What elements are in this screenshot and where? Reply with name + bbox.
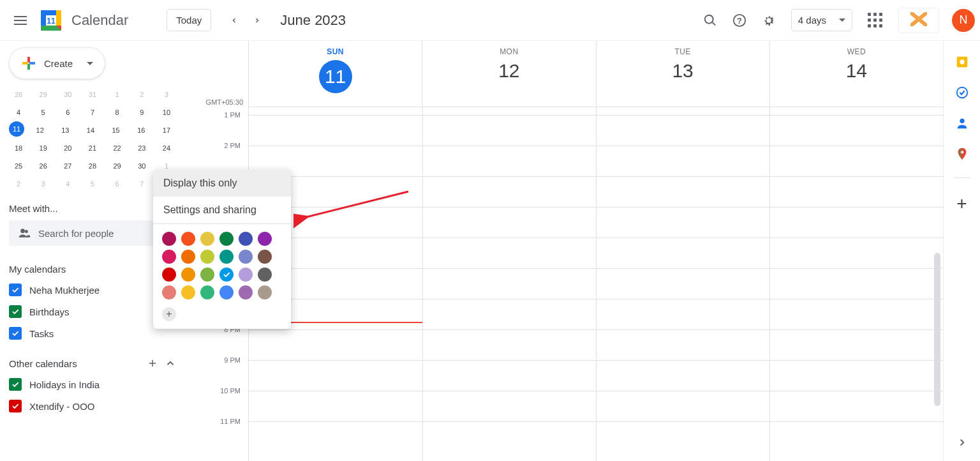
add-other-calendar-button[interactable]: [147, 358, 158, 369]
color-swatch[interactable]: [162, 285, 176, 299]
mini-cal-day[interactable]: 1: [108, 86, 127, 103]
keep-button[interactable]: [955, 55, 969, 69]
color-swatch[interactable]: [219, 268, 234, 282]
calendar-item[interactable]: Birthdays: [9, 305, 176, 318]
add-custom-color-button[interactable]: +: [162, 307, 176, 321]
color-swatch[interactable]: [181, 232, 195, 246]
mini-cal-day[interactable]: 9: [132, 103, 151, 121]
maps-button[interactable]: [955, 147, 969, 161]
mini-cal-day[interactable]: 4: [58, 175, 77, 193]
tasks-button[interactable]: [955, 86, 969, 100]
search-button[interactable]: [697, 7, 724, 34]
color-swatch[interactable]: [162, 250, 176, 264]
extension-badge[interactable]: [898, 8, 939, 33]
mini-cal-day[interactable]: 16: [131, 121, 151, 139]
mini-cal-day[interactable]: 19: [34, 139, 53, 157]
mini-cal-day[interactable]: 28: [9, 86, 28, 103]
mini-cal-day[interactable]: 25: [9, 157, 28, 175]
mini-cal-day[interactable]: 7: [132, 175, 151, 193]
mini-cal-day[interactable]: 20: [58, 139, 77, 157]
account-avatar[interactable]: N: [952, 9, 975, 32]
contacts-button[interactable]: [955, 116, 969, 130]
color-swatch[interactable]: [258, 285, 272, 299]
get-addons-button[interactable]: +: [956, 195, 967, 213]
mini-cal-day[interactable]: 11: [9, 121, 24, 137]
calendar-checkbox[interactable]: [9, 305, 22, 318]
mini-cal-day[interactable]: 28: [83, 157, 102, 175]
calendar-checkbox[interactable]: [9, 327, 22, 340]
mini-cal-day[interactable]: 13: [56, 121, 75, 139]
mini-cal-day[interactable]: 30: [132, 157, 151, 175]
view-selector[interactable]: 4 days: [791, 9, 852, 31]
color-swatch[interactable]: [200, 268, 214, 282]
mini-cal-day[interactable]: 15: [107, 121, 126, 139]
calendar-checkbox[interactable]: [9, 400, 22, 412]
mini-cal-day[interactable]: 8: [108, 103, 127, 121]
main-menu-button[interactable]: [5, 5, 36, 36]
scrollbar-thumb[interactable]: [934, 253, 940, 406]
mini-cal-day[interactable]: 24: [157, 139, 176, 157]
mini-calendar[interactable]: 2829303112345678910111213141516171819202…: [9, 86, 176, 193]
mini-cal-day[interactable]: 27: [58, 157, 77, 175]
mini-cal-day[interactable]: 3: [157, 86, 176, 103]
calendar-checkbox[interactable]: [9, 283, 22, 296]
collapse-side-panel-button[interactable]: [956, 437, 968, 451]
collapse-other-calendars-button[interactable]: [165, 358, 176, 369]
color-swatch[interactable]: [239, 250, 253, 264]
color-swatch[interactable]: [181, 285, 195, 299]
day-header[interactable]: WED14: [770, 41, 943, 107]
day-header[interactable]: MON12: [422, 41, 596, 107]
color-swatch[interactable]: [219, 232, 234, 246]
color-swatch[interactable]: [200, 250, 214, 264]
settings-button[interactable]: [755, 7, 782, 34]
today-button[interactable]: Today: [167, 9, 211, 31]
settings-sharing-option[interactable]: Settings and sharing: [153, 197, 291, 223]
color-swatch[interactable]: [162, 268, 176, 282]
mini-cal-day[interactable]: 21: [83, 139, 102, 157]
mini-cal-day[interactable]: 22: [108, 139, 127, 157]
mini-cal-day[interactable]: 10: [157, 103, 176, 121]
mini-cal-day[interactable]: 6: [108, 175, 127, 193]
people-search-input[interactable]: Search for people: [9, 220, 176, 246]
prev-period-button[interactable]: [223, 9, 246, 32]
color-swatch[interactable]: [239, 232, 253, 246]
mini-cal-day[interactable]: 23: [132, 139, 151, 157]
mini-cal-day[interactable]: 2: [132, 86, 151, 103]
google-apps-button[interactable]: [861, 7, 888, 34]
color-swatch[interactable]: [239, 268, 253, 282]
color-swatch[interactable]: [219, 250, 234, 264]
mini-cal-day[interactable]: 7: [83, 103, 102, 121]
next-period-button[interactable]: [246, 9, 269, 32]
color-swatch[interactable]: [258, 232, 272, 246]
mini-cal-day[interactable]: 3: [34, 175, 53, 193]
day-header[interactable]: TUE13: [597, 41, 770, 107]
mini-cal-day[interactable]: 17: [157, 121, 176, 139]
mini-cal-day[interactable]: 30: [58, 86, 77, 103]
calendar-grid[interactable]: GMT+05:30 1 PM2 PM3 PM4 PM5 PM6 PM7 PM8 …: [185, 41, 943, 461]
mini-cal-day[interactable]: 14: [81, 121, 100, 139]
color-swatch[interactable]: [200, 285, 214, 299]
color-swatch[interactable]: [200, 232, 214, 246]
color-swatch[interactable]: [219, 285, 234, 299]
mini-cal-day[interactable]: 31: [83, 86, 102, 103]
mini-cal-day[interactable]: 6: [58, 103, 77, 121]
mini-cal-day[interactable]: 26: [34, 157, 53, 175]
mini-cal-day[interactable]: 29: [108, 157, 127, 175]
mini-cal-day[interactable]: 5: [34, 103, 53, 121]
color-swatch[interactable]: [258, 250, 272, 264]
color-swatch[interactable]: [162, 232, 176, 246]
calendar-checkbox[interactable]: [9, 378, 22, 391]
color-swatch[interactable]: [181, 268, 195, 282]
calendar-item[interactable]: Holidays in India: [9, 378, 176, 391]
color-swatch[interactable]: [239, 285, 253, 299]
mini-cal-day[interactable]: 4: [9, 103, 28, 121]
mini-cal-day[interactable]: 2: [9, 175, 28, 193]
calendar-item[interactable]: Neha Mukherjee: [9, 283, 176, 296]
mini-cal-day[interactable]: 29: [34, 86, 53, 103]
support-button[interactable]: ?: [726, 7, 753, 34]
mini-cal-day[interactable]: 18: [9, 139, 28, 157]
day-header[interactable]: SUN11: [249, 41, 422, 107]
color-swatch[interactable]: [258, 268, 272, 282]
display-only-option[interactable]: Display this only: [153, 170, 291, 197]
color-swatch[interactable]: [181, 250, 195, 264]
